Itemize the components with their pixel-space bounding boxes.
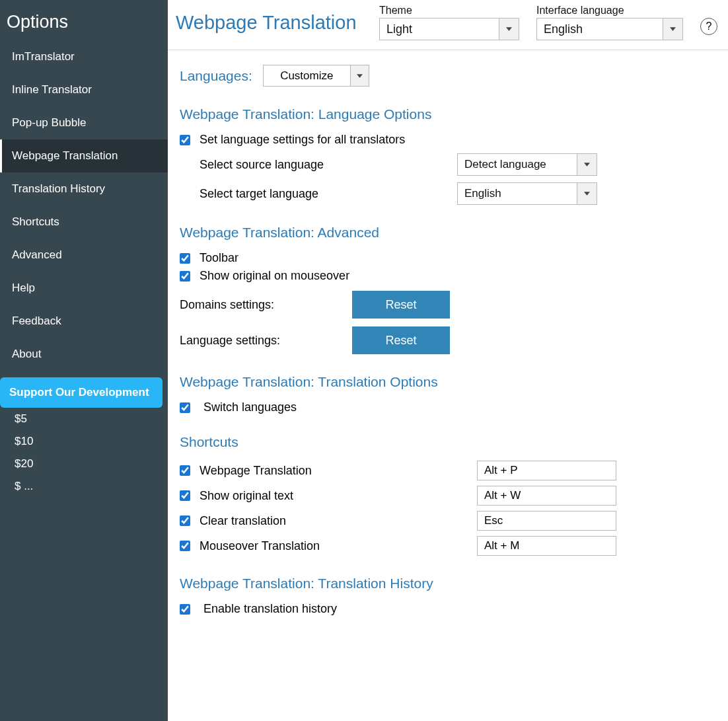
language-reset-row: Language settings: Reset (180, 326, 716, 354)
sidebar-item-feedback[interactable]: Feedback (0, 305, 168, 338)
chevron-down-icon (663, 19, 682, 40)
source-language-row: Select source language Detect language (200, 153, 716, 176)
enable-history-checkbox[interactable] (180, 604, 190, 615)
mouseover-label: Show original on mouseover (200, 269, 716, 283)
shortcut-clear-translation-checkbox[interactable] (180, 515, 190, 526)
chevron-down-icon (577, 183, 597, 204)
shortcut-webpage-translation-row: Webpage Translation (180, 461, 716, 480)
interface-language-value: English (537, 22, 663, 36)
shortcut-clear-translation-label: Clear translation (200, 514, 477, 528)
switch-languages-row: Switch languages (180, 400, 716, 414)
mouseover-checkbox[interactable] (180, 271, 190, 282)
switch-languages-checkbox[interactable] (180, 402, 190, 413)
domains-reset-row: Domains settings: Reset (180, 291, 716, 319)
shortcut-mouseover-translation-label: Mouseover Translation (200, 539, 477, 553)
theme-field: Theme Light (379, 5, 519, 50)
donate-10[interactable]: $10 (0, 430, 168, 453)
shortcut-webpage-translation-checkbox[interactable] (180, 465, 190, 476)
content: Languages: Customize Webpage Translation… (168, 50, 728, 646)
shortcut-show-original-checkbox[interactable] (180, 490, 190, 501)
section-advanced-title: Webpage Translation: Advanced (180, 225, 716, 241)
mouseover-row: Show original on mouseover (180, 269, 716, 283)
language-reset-button[interactable]: Reset (352, 326, 450, 354)
sidebar-item-imtranslator[interactable]: ImTranslator (0, 40, 168, 73)
shortcut-mouseover-translation-checkbox[interactable] (180, 541, 190, 551)
shortcut-webpage-translation-input[interactable] (477, 461, 616, 480)
sidebar-item-inline-translator[interactable]: Inline Translator (0, 73, 168, 106)
shortcut-show-original-input[interactable] (477, 486, 616, 506)
donate-20[interactable]: $20 (0, 453, 168, 475)
enable-history-label: Enable translation history (200, 602, 716, 616)
shortcut-clear-translation-input[interactable] (477, 511, 616, 531)
interface-language-label: Interface language (536, 5, 683, 17)
theme-select[interactable]: Light (379, 18, 519, 40)
set-all-translators-label: Set language settings for all translator… (200, 133, 716, 147)
sidebar-item-help[interactable]: Help (0, 272, 168, 305)
shortcut-webpage-translation-label: Webpage Translation (200, 464, 477, 478)
support-development-button[interactable]: Support Our Development (0, 377, 163, 408)
section-translation-history-title: Webpage Translation: Translation History (180, 576, 716, 591)
sidebar-item-about[interactable]: About (0, 338, 168, 371)
source-language-value: Detect language (458, 158, 577, 171)
page-title: Webpage Translation (176, 12, 379, 50)
enable-history-row: Enable translation history (180, 602, 716, 616)
sidebar-item-webpage-translation[interactable]: Webpage Translation (0, 139, 168, 172)
sidebar-item-advanced[interactable]: Advanced (0, 239, 168, 272)
source-language-select[interactable]: Detect language (457, 153, 597, 176)
shortcut-show-original-row: Show original text (180, 486, 716, 506)
domains-reset-button[interactable]: Reset (352, 291, 450, 319)
customize-text: Customize (264, 69, 350, 83)
shortcut-show-original-label: Show original text (200, 489, 477, 503)
set-all-translators-checkbox[interactable] (180, 135, 190, 145)
target-language-select[interactable]: English (457, 182, 597, 205)
target-language-value: English (458, 187, 577, 200)
interface-language-select[interactable]: English (536, 18, 683, 40)
chevron-down-icon (499, 19, 519, 40)
header: Webpage Translation Theme Light Interfac… (168, 0, 728, 50)
donate-5[interactable]: $5 (0, 408, 168, 430)
chevron-down-icon (350, 65, 369, 86)
toolbar-row: Toolbar (180, 251, 716, 265)
toolbar-label: Toolbar (200, 251, 716, 265)
donate-custom[interactable]: $ ... (0, 475, 168, 498)
target-language-row: Select target language English (200, 182, 716, 205)
section-language-options-title: Webpage Translation: Language Options (180, 106, 716, 122)
shortcut-mouseover-translation-input[interactable] (477, 536, 616, 556)
source-language-label: Select source language (200, 158, 457, 172)
languages-row: Languages: Customize (180, 65, 716, 87)
sidebar-item-shortcuts[interactable]: Shortcuts (0, 206, 168, 239)
sidebar-item-translation-history[interactable]: Translation History (0, 172, 168, 206)
languages-label: Languages: (180, 68, 252, 84)
sidebar-item-popup-bubble[interactable]: Pop-up Bubble (0, 106, 168, 139)
target-language-label: Select target language (200, 187, 457, 201)
shortcut-clear-translation-row: Clear translation (180, 511, 716, 531)
domains-settings-label: Domains settings: (180, 298, 352, 312)
section-translation-options-title: Webpage Translation: Translation Options (180, 374, 716, 390)
options-title: Options (0, 0, 168, 40)
sidebar: Options ImTranslator Inline Translator P… (0, 0, 168, 721)
set-all-translators-row: Set language settings for all translator… (180, 133, 716, 147)
chevron-down-icon (577, 154, 597, 175)
main-panel: Webpage Translation Theme Light Interfac… (168, 0, 728, 721)
shortcut-mouseover-translation-row: Mouseover Translation (180, 536, 716, 556)
toolbar-checkbox[interactable] (180, 253, 190, 264)
customize-languages-button[interactable]: Customize (263, 65, 369, 87)
help-icon[interactable]: ? (700, 18, 717, 35)
switch-languages-label: Switch languages (200, 400, 716, 414)
section-shortcuts-title: Shortcuts (180, 434, 716, 450)
interface-language-field: Interface language English (536, 5, 683, 50)
language-settings-label: Language settings: (180, 334, 352, 348)
theme-label: Theme (379, 5, 519, 17)
theme-value: Light (380, 22, 499, 36)
